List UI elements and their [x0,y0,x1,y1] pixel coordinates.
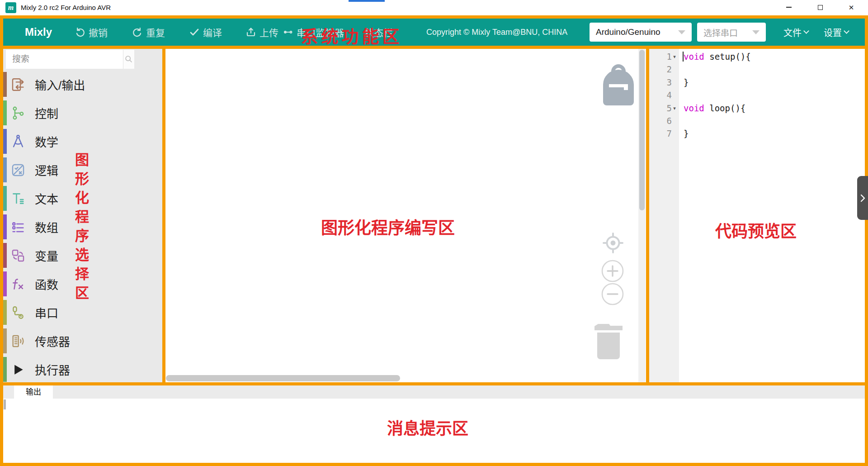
redo-icon [132,27,143,38]
frame-border [0,15,3,466]
category-color-bar [3,72,7,97]
serial-port-placeholder: 选择串口 [703,26,738,38]
serial-port-selector[interactable]: 选择串口 [697,23,766,42]
compile-button[interactable]: 编译 [189,19,222,46]
top-progress-strip [349,0,385,2]
search-icon [124,54,134,64]
category-color-bar [3,271,7,296]
code-text: setup(){ [704,52,751,62]
text-icon [10,191,26,206]
sidebar-item-function[interactable]: 函数 [3,270,162,298]
code-preview-panel[interactable]: 1▾ void setup(){ 2 3 } 4 5▾ void loop(){… [649,49,865,382]
serial-monitor-button[interactable]: 串口监视器 [283,19,344,46]
fold-caret-icon[interactable]: ▾ [672,50,677,63]
chevron-down-icon [844,28,849,34]
frame-border [162,49,165,382]
sidebar-item-actuator[interactable]: 执行器 [3,355,162,384]
sidebar-item-control[interactable]: 控制 [3,99,162,127]
sensor-icon [10,333,26,349]
file-menu-label: 文件 [783,26,802,39]
block-canvas[interactable] [165,49,646,382]
sidebar-item-label: 函数 [35,276,58,292]
category-color-bar [3,328,7,353]
frame-border [865,15,868,466]
mixly-brand: Mixly [25,19,52,46]
fold-caret-icon[interactable]: ▾ [672,102,677,114]
sidebar-item-variable[interactable]: 变量 [3,241,162,270]
category-color-bar [3,129,7,154]
serial-plug-icon [10,305,26,320]
status-bar-button[interactable]: 状态栏 [364,19,393,46]
trash-icon[interactable] [594,320,623,362]
scrollbar-thumb[interactable] [639,50,645,210]
line-number: 2 [667,63,672,76]
line-number: 1 [667,50,672,63]
code-line: 5▾ void loop(){ [649,102,865,114]
sidebar-item-array[interactable]: 数组 [3,213,162,241]
output-tab-strip [3,385,865,399]
compile-label: 编译 [203,25,222,39]
undo-button[interactable]: 撤销 [75,19,108,46]
sidebar-item-label: 变量 [35,247,58,264]
category-color-bar [3,300,7,325]
settings-menu-label: 设置 [824,26,842,39]
canvas-horizontal-scrollbar[interactable] [166,375,400,381]
maximize-button[interactable] [810,0,830,14]
code-text: loop(){ [704,103,746,113]
math-compass-icon [10,134,26,149]
sidebar-item-label: 执行器 [35,361,70,378]
window-title: Mixly 2.0 rc2 For Arduino AVR [21,0,111,15]
minimize-button[interactable] [778,0,799,14]
code-line: 2 [649,63,865,76]
code-line: 1▾ void setup(){ [649,50,865,63]
sidebar-item-io[interactable]: 输入/输出 [3,70,162,99]
frame-border [0,15,868,19]
frame-border [0,382,868,385]
backpack-icon[interactable] [601,62,636,107]
canvas-vertical-scrollbar[interactable] [638,49,646,382]
sidebar-item-label: 串口 [35,304,58,321]
main-toolbar: Mixly 撤销 重复 编译 上传 串口监视器 状态栏 Copyright © … [3,19,865,46]
board-selector-value: Arduino/Genuino [596,27,660,37]
code-keyword: void [684,52,704,62]
search-input[interactable] [6,50,123,69]
tab-output[interactable]: 输出 [14,385,53,399]
logic-icon [10,162,26,178]
zoom-out-button[interactable] [601,282,624,308]
zoom-in-button[interactable] [601,259,624,285]
settings-menu[interactable]: 设置 [824,19,849,46]
sidebar-item-sensor[interactable]: 传感器 [3,327,162,355]
file-menu[interactable]: 文件 [783,19,808,46]
sidebar-item-label: 逻辑 [35,162,58,178]
sidebar-item-label: 传感器 [35,333,70,349]
code-lines: 1▾ void setup(){ 2 3 } 4 5▾ void loop(){… [649,50,865,140]
upload-button[interactable]: 上传 [245,19,278,46]
output-scrollbar-sliver[interactable] [4,399,6,409]
title-bar: m Mixly 2.0 rc2 For Arduino AVR ✕ [0,0,868,15]
sidebar-item-serial[interactable]: 串口 [3,298,162,327]
undo-label: 撤销 [89,25,108,39]
sidebar-item-label: 控制 [35,105,58,121]
line-number: 7 [667,127,672,140]
chevron-down-icon [803,28,809,34]
frame-border [646,49,649,382]
category-color-bar [3,186,7,211]
category-list: 输入/输出 控制 数学 逻辑 [3,70,162,384]
dropdown-caret-icon [752,30,760,34]
message-output-panel: 输出 [3,385,865,463]
code-line: 4 [649,89,865,101]
collapse-panel-button[interactable] [857,176,868,220]
sidebar-item-math[interactable]: 数学 [3,127,162,156]
search-button[interactable] [123,50,134,69]
code-line: 7 } [649,127,865,140]
sidebar-item-text[interactable]: 文本 [3,184,162,213]
sidebar-item-logic[interactable]: 逻辑 [3,156,162,184]
close-button[interactable]: ✕ [841,0,862,14]
redo-button[interactable]: 重复 [132,19,165,46]
center-view-button[interactable] [602,232,624,256]
board-selector[interactable]: Arduino/Genuino [590,23,692,42]
mixly-window: m Mixly 2.0 rc2 For Arduino AVR ✕ Mixly … [0,0,868,466]
code-text: } [684,77,689,87]
mixly-logo-icon: m [5,2,16,13]
upload-label: 上传 [259,25,278,39]
